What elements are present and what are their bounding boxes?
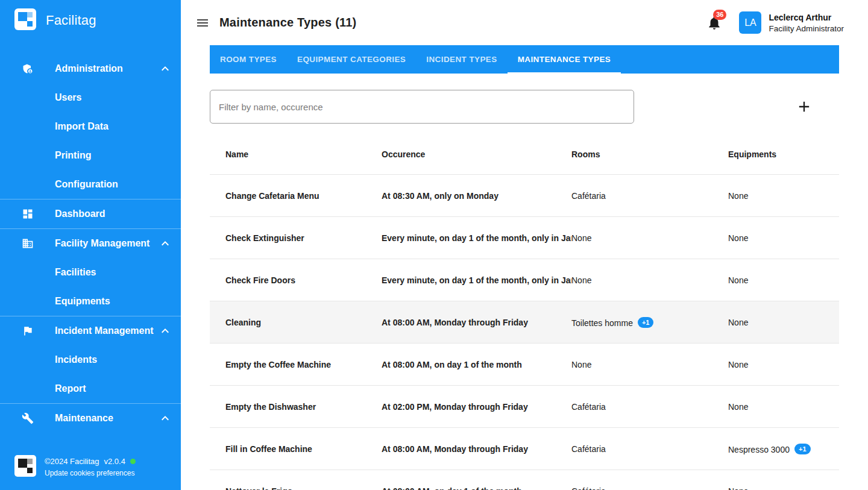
avatar[interactable]: LA	[739, 11, 761, 34]
cell-name: Nettoyer le Frigo	[210, 486, 382, 490]
sidebar-item-incidents[interactable]: Incidents	[0, 345, 181, 374]
status-dot-icon	[130, 459, 136, 464]
equipments-extra-badge[interactable]: +1	[794, 444, 811, 454]
cell-occurence: At 08:30 AM, only on Monday	[382, 191, 571, 201]
cell-equipments: Nespresso 3000+1	[728, 444, 839, 454]
cell-rooms: Cafétaria	[571, 191, 728, 201]
sidebar-item-label: Incident Management	[55, 325, 158, 337]
nav-group-incident-management: Incident Management Incidents Report	[0, 316, 181, 403]
rooms-value: Cafétaria	[571, 444, 606, 454]
cell-rooms: None	[571, 275, 728, 285]
cell-name: Check Extinguisher	[210, 233, 382, 243]
page-title: Maintenance Types (11)	[219, 16, 356, 30]
sidebar-item-label: Dashboard	[55, 208, 172, 220]
add-maintenance-type-button[interactable]	[791, 93, 817, 120]
equipments-value: None	[728, 360, 748, 369]
sidebar-item-facility-management[interactable]: Facility Management	[0, 229, 181, 258]
notification-badge: 36	[713, 10, 726, 20]
sidebar: Facilitag Administration Users Import Da…	[0, 0, 181, 490]
table-row[interactable]: Cleaning At 08:00 AM, Monday through Fri…	[210, 301, 839, 344]
version-text: v2.0.4	[104, 457, 125, 466]
column-header-equipments: Equipments	[728, 149, 839, 159]
rooms-value: None	[571, 360, 591, 369]
tab-incident-types[interactable]: INCIDENT TYPES	[416, 45, 507, 74]
nav-group-dashboard: Dashboard	[0, 199, 181, 228]
sidebar-item-facilities[interactable]: Facilities	[0, 258, 181, 287]
chevron-up-icon	[158, 324, 172, 338]
chevron-up-icon	[158, 236, 172, 251]
cell-occurence: At 02:00 PM, Monday through Friday	[382, 402, 571, 412]
table-row[interactable]: Check Extinguisher Every minute, on day …	[210, 217, 839, 259]
table-row[interactable]: Empty the Dishwasher At 02:00 PM, Monday…	[210, 386, 839, 428]
sidebar-item-import-data[interactable]: Import Data	[0, 112, 181, 141]
plus-icon	[796, 98, 813, 115]
cell-equipments: None	[728, 275, 839, 285]
rooms-extra-badge[interactable]: +1	[638, 317, 654, 328]
rooms-value: None	[571, 233, 591, 243]
main-area: Maintenance Types (11) 36 LA Leclercq Ar…	[181, 0, 868, 490]
cell-equipments: None	[728, 360, 839, 369]
nav-group-administration: Administration Users Import Data Printin…	[0, 54, 181, 199]
top-bar: Maintenance Types (11) 36 LA Leclercq Ar…	[181, 0, 868, 45]
table-row[interactable]: Fill in Coffee Machine At 08:00 AM, Mond…	[210, 428, 839, 470]
cookies-preferences-link[interactable]: Update cookies preferences	[45, 469, 136, 477]
rooms-value: Cafétaria	[571, 402, 606, 412]
sidebar-footer: ©2024 Facilitag v2.0.4 Update cookies pr…	[0, 445, 181, 490]
sidebar-item-administration[interactable]: Administration	[0, 54, 181, 83]
sidebar-item-incident-management[interactable]: Incident Management	[0, 316, 181, 345]
cell-equipments: None	[728, 402, 839, 412]
cell-rooms: Cafétaria	[571, 402, 728, 412]
rooms-value: Cafétaria	[571, 191, 606, 201]
cell-rooms: None	[571, 360, 728, 369]
facilitag-logo-icon	[13, 7, 37, 34]
cell-name: Cleaning	[210, 318, 382, 327]
cell-equipments: None	[728, 486, 839, 490]
app-root: Facilitag Administration Users Import Da…	[0, 0, 868, 490]
tab-room-types[interactable]: ROOM TYPES	[210, 45, 287, 74]
tab-bar: ROOM TYPES EQUIPMENT CATEGORIES INCIDENT…	[210, 45, 839, 74]
cell-name: Check Fire Doors	[210, 275, 382, 285]
rooms-value: None	[571, 275, 591, 285]
sidebar-item-maintenance[interactable]: Maintenance	[0, 404, 181, 433]
sidebar-item-configuration[interactable]: Configuration	[0, 170, 181, 199]
tab-equipment-categories[interactable]: EQUIPMENT CATEGORIES	[287, 45, 416, 74]
user-role: Facility Administrator	[769, 24, 844, 33]
equipments-value: None	[728, 191, 748, 201]
chevron-up-icon	[158, 61, 172, 76]
brand-title: Facilitag	[46, 13, 96, 28]
tab-maintenance-types[interactable]: MAINTENANCE TYPES	[508, 45, 621, 74]
cell-equipments: None	[728, 318, 839, 327]
sidebar-item-users[interactable]: Users	[0, 83, 181, 112]
table-row[interactable]: Change Cafetaria Menu At 08:30 AM, only …	[210, 175, 839, 217]
facilitag-footer-logo-icon	[13, 454, 37, 480]
sidebar-nav: Administration Users Import Data Printin…	[0, 54, 181, 445]
cell-rooms: Cafétaria	[571, 444, 728, 454]
column-header-rooms: Rooms	[571, 149, 728, 159]
equipments-value: None	[728, 402, 748, 412]
sidebar-item-printing[interactable]: Printing	[0, 141, 181, 170]
filter-input[interactable]	[210, 90, 634, 124]
cell-occurence: At 08:00 AM, Monday through Friday	[382, 318, 571, 327]
notifications-button[interactable]: 36	[706, 15, 722, 31]
table-row[interactable]: Empty the Coffee Machine At 08:00 AM, on…	[210, 344, 839, 386]
hamburger-icon	[195, 16, 210, 30]
table-row[interactable]: Nettoyer le Frigo At 08:00 AM, on day 1 …	[210, 470, 839, 490]
column-header-name: Name	[210, 149, 382, 159]
hamburger-menu-button[interactable]	[192, 12, 213, 34]
cell-occurence: At 08:00 AM, Monday through Friday	[382, 444, 571, 454]
sidebar-item-equipments[interactable]: Equipments	[0, 287, 181, 316]
table-row[interactable]: Check Fire Doors Every minute, on day 1 …	[210, 259, 839, 301]
cell-rooms: Cafétaria	[571, 486, 728, 490]
user-menu[interactable]: Leclercq Arthur Facility Administrator	[769, 13, 844, 33]
equipments-value: None	[728, 318, 748, 327]
nav-group-facility-management: Facility Management Facilities Equipment…	[0, 228, 181, 316]
equipments-value: None	[728, 486, 748, 490]
equipments-value: Nespresso 3000	[728, 445, 790, 454]
admin-icon	[22, 63, 34, 75]
sidebar-item-label: Maintenance	[55, 412, 158, 424]
column-header-occurence: Occurence	[382, 149, 571, 159]
cell-occurence: At 08:00 AM, on day 1 of the month	[382, 360, 571, 369]
rooms-value: Toilettes homme	[571, 318, 633, 328]
sidebar-item-dashboard[interactable]: Dashboard	[0, 199, 181, 228]
sidebar-item-report[interactable]: Report	[0, 374, 181, 403]
